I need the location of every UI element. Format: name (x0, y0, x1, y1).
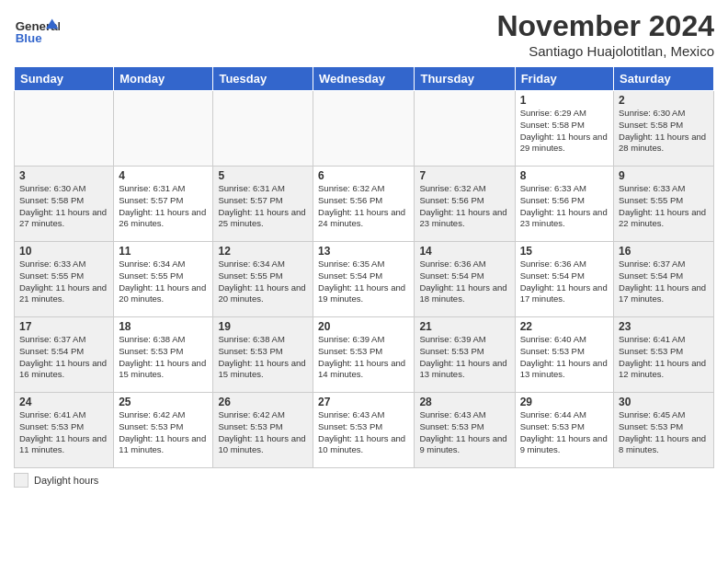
day-number: 15 (520, 245, 609, 258)
week-row: 10Sunrise: 6:33 AM Sunset: 5:55 PM Dayli… (15, 242, 714, 317)
day-number: 12 (218, 245, 308, 258)
logo: General Blue (14, 14, 60, 51)
col-header-wednesday: Wednesday (313, 67, 415, 91)
day-number: 19 (218, 320, 308, 333)
calendar-cell (213, 91, 313, 167)
day-number: 2 (619, 94, 709, 107)
day-info: Sunrise: 6:35 AM Sunset: 5:54 PM Dayligh… (318, 259, 409, 305)
day-number: 8 (520, 169, 609, 182)
day-number: 30 (619, 396, 709, 408)
day-number: 20 (318, 320, 409, 333)
col-header-sunday: Sunday (15, 67, 114, 91)
day-info: Sunrise: 6:31 AM Sunset: 5:57 PM Dayligh… (218, 183, 308, 230)
calendar-cell: 7Sunrise: 6:32 AM Sunset: 5:56 PM Daylig… (415, 167, 515, 242)
calendar-cell: 15Sunrise: 6:36 AM Sunset: 5:54 PM Dayli… (515, 242, 613, 317)
day-info: Sunrise: 6:37 AM Sunset: 5:54 PM Dayligh… (619, 259, 709, 305)
day-number: 13 (318, 245, 409, 258)
day-number: 7 (419, 169, 509, 182)
day-info: Sunrise: 6:41 AM Sunset: 5:53 PM Dayligh… (19, 409, 108, 456)
day-info: Sunrise: 6:32 AM Sunset: 5:56 PM Dayligh… (318, 183, 409, 230)
day-number: 18 (119, 320, 208, 333)
day-info: Sunrise: 6:39 AM Sunset: 5:53 PM Dayligh… (419, 334, 509, 381)
week-row: 1Sunrise: 6:29 AM Sunset: 5:58 PM Daylig… (15, 91, 714, 167)
day-info: Sunrise: 6:30 AM Sunset: 5:58 PM Dayligh… (19, 183, 108, 230)
svg-text:Blue: Blue (16, 31, 42, 45)
day-number: 6 (318, 169, 409, 182)
day-number: 29 (520, 396, 609, 408)
day-info: Sunrise: 6:31 AM Sunset: 5:57 PM Dayligh… (119, 183, 208, 230)
calendar-cell: 21Sunrise: 6:39 AM Sunset: 5:53 PM Dayli… (415, 317, 515, 393)
day-info: Sunrise: 6:37 AM Sunset: 5:54 PM Dayligh… (19, 334, 108, 381)
day-number: 25 (119, 396, 208, 408)
day-number: 3 (19, 169, 108, 182)
day-number: 1 (520, 94, 609, 107)
day-number: 9 (619, 169, 709, 182)
day-info: Sunrise: 6:38 AM Sunset: 5:53 PM Dayligh… (218, 334, 308, 381)
col-header-saturday: Saturday (614, 67, 714, 91)
day-info: Sunrise: 6:43 AM Sunset: 5:53 PM Dayligh… (318, 409, 409, 456)
calendar-cell: 25Sunrise: 6:42 AM Sunset: 5:53 PM Dayli… (114, 393, 213, 468)
day-number: 11 (119, 245, 208, 258)
calendar-cell (313, 91, 415, 167)
calendar-cell: 9Sunrise: 6:33 AM Sunset: 5:55 PM Daylig… (614, 167, 714, 242)
calendar-cell: 19Sunrise: 6:38 AM Sunset: 5:53 PM Dayli… (213, 317, 313, 393)
calendar-cell: 16Sunrise: 6:37 AM Sunset: 5:54 PM Dayli… (614, 242, 714, 317)
calendar-cell (415, 91, 515, 167)
calendar-cell: 18Sunrise: 6:38 AM Sunset: 5:53 PM Dayli… (114, 317, 213, 393)
title-block: November 2024 Santiago Huajolotitlan, Me… (496, 9, 714, 59)
day-number: 10 (19, 245, 108, 258)
day-info: Sunrise: 6:33 AM Sunset: 5:55 PM Dayligh… (19, 259, 108, 305)
day-info: Sunrise: 6:42 AM Sunset: 5:53 PM Dayligh… (218, 409, 308, 456)
page: General Blue November 2024 Santiago Huaj… (0, 0, 728, 563)
calendar-cell: 3Sunrise: 6:30 AM Sunset: 5:58 PM Daylig… (15, 167, 114, 242)
week-row: 3Sunrise: 6:30 AM Sunset: 5:58 PM Daylig… (15, 167, 714, 242)
day-number: 26 (218, 396, 308, 408)
calendar-cell: 23Sunrise: 6:41 AM Sunset: 5:53 PM Dayli… (614, 317, 714, 393)
week-row: 24Sunrise: 6:41 AM Sunset: 5:53 PM Dayli… (15, 393, 714, 468)
header: General Blue November 2024 Santiago Huaj… (14, 9, 714, 59)
day-info: Sunrise: 6:29 AM Sunset: 5:58 PM Dayligh… (520, 108, 609, 155)
day-info: Sunrise: 6:32 AM Sunset: 5:56 PM Dayligh… (419, 183, 509, 230)
day-info: Sunrise: 6:34 AM Sunset: 5:55 PM Dayligh… (218, 259, 308, 305)
calendar-cell: 4Sunrise: 6:31 AM Sunset: 5:57 PM Daylig… (114, 167, 213, 242)
calendar-cell (114, 91, 213, 167)
day-info: Sunrise: 6:40 AM Sunset: 5:53 PM Dayligh… (520, 334, 609, 381)
day-info: Sunrise: 6:39 AM Sunset: 5:53 PM Dayligh… (318, 334, 409, 381)
day-info: Sunrise: 6:30 AM Sunset: 5:58 PM Dayligh… (619, 108, 709, 155)
calendar-cell (15, 91, 114, 167)
calendar-cell: 26Sunrise: 6:42 AM Sunset: 5:53 PM Dayli… (213, 393, 313, 468)
calendar-cell: 17Sunrise: 6:37 AM Sunset: 5:54 PM Dayli… (15, 317, 114, 393)
day-number: 28 (419, 396, 509, 408)
day-number: 27 (318, 396, 409, 408)
col-header-monday: Monday (114, 67, 213, 91)
calendar-cell: 28Sunrise: 6:43 AM Sunset: 5:53 PM Dayli… (415, 393, 515, 468)
calendar-cell: 5Sunrise: 6:31 AM Sunset: 5:57 PM Daylig… (213, 167, 313, 242)
day-number: 4 (119, 169, 208, 182)
day-number: 21 (419, 320, 509, 333)
day-number: 14 (419, 245, 509, 258)
day-info: Sunrise: 6:36 AM Sunset: 5:54 PM Dayligh… (419, 259, 509, 305)
calendar-cell: 29Sunrise: 6:44 AM Sunset: 5:53 PM Dayli… (515, 393, 613, 468)
calendar-cell: 14Sunrise: 6:36 AM Sunset: 5:54 PM Dayli… (415, 242, 515, 317)
calendar-cell: 2Sunrise: 6:30 AM Sunset: 5:58 PM Daylig… (614, 91, 714, 167)
calendar-cell: 10Sunrise: 6:33 AM Sunset: 5:55 PM Dayli… (15, 242, 114, 317)
calendar-cell: 8Sunrise: 6:33 AM Sunset: 5:56 PM Daylig… (515, 167, 613, 242)
day-info: Sunrise: 6:34 AM Sunset: 5:55 PM Dayligh… (119, 259, 208, 305)
legend-swatch (14, 473, 28, 488)
day-info: Sunrise: 6:38 AM Sunset: 5:53 PM Dayligh… (119, 334, 208, 381)
day-info: Sunrise: 6:41 AM Sunset: 5:53 PM Dayligh… (619, 334, 709, 381)
day-number: 16 (619, 245, 709, 258)
day-info: Sunrise: 6:33 AM Sunset: 5:55 PM Dayligh… (619, 183, 709, 230)
calendar-cell: 1Sunrise: 6:29 AM Sunset: 5:58 PM Daylig… (515, 91, 613, 167)
main-title: November 2024 (496, 9, 714, 43)
col-header-thursday: Thursday (415, 67, 515, 91)
calendar-cell: 22Sunrise: 6:40 AM Sunset: 5:53 PM Dayli… (515, 317, 613, 393)
calendar-cell: 6Sunrise: 6:32 AM Sunset: 5:56 PM Daylig… (313, 167, 415, 242)
day-info: Sunrise: 6:44 AM Sunset: 5:53 PM Dayligh… (520, 409, 609, 456)
calendar-cell: 24Sunrise: 6:41 AM Sunset: 5:53 PM Dayli… (15, 393, 114, 468)
calendar-cell: 30Sunrise: 6:45 AM Sunset: 5:53 PM Dayli… (614, 393, 714, 468)
calendar-cell: 27Sunrise: 6:43 AM Sunset: 5:53 PM Dayli… (313, 393, 415, 468)
week-row: 17Sunrise: 6:37 AM Sunset: 5:54 PM Dayli… (15, 317, 714, 393)
logo-icon: General Blue (14, 14, 60, 51)
calendar-cell: 20Sunrise: 6:39 AM Sunset: 5:53 PM Dayli… (313, 317, 415, 393)
